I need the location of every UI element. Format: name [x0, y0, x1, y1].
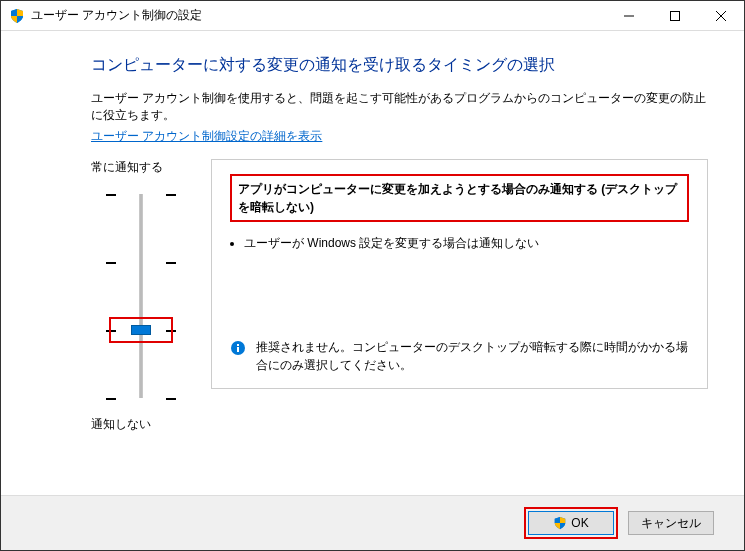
slider-thumb-highlight [109, 317, 173, 343]
maximize-button[interactable] [652, 1, 698, 30]
description-text: ユーザー アカウント制御を使用すると、問題を起こす可能性があるプログラムからのコ… [91, 90, 708, 124]
level-bullet: ユーザーが Windows 設定を変更する場合は通知しない [244, 234, 689, 253]
level-description-panel: アプリがコンピューターに変更を加えようとする場合のみ通知する (デスクトップを暗… [211, 159, 708, 389]
close-button[interactable] [698, 1, 744, 30]
level-note-text: 推奨されません。コンピューターのデスクトップが暗転する際に時間がかかる場合にのみ… [256, 338, 689, 374]
uac-settings-window: ユーザー アカウント制御の設定 コンピューターに対する変更の通知を受け取るタイミ… [0, 0, 745, 551]
window-title: ユーザー アカウント制御の設定 [31, 7, 606, 24]
minimize-button[interactable] [606, 1, 652, 30]
slider-column: 常に通知する 通知しない [91, 159, 191, 433]
cancel-button-label: キャンセル [641, 515, 701, 532]
svg-rect-6 [237, 344, 239, 346]
info-icon [230, 340, 246, 356]
shield-icon [553, 516, 567, 530]
content-area: コンピューターに対する変更の通知を受け取るタイミングの選択 ユーザー アカウント… [1, 31, 744, 447]
shield-icon [9, 8, 25, 24]
titlebar: ユーザー アカウント制御の設定 [1, 1, 744, 31]
slider-top-label: 常に通知する [91, 159, 191, 176]
page-heading: コンピューターに対する変更の通知を受け取るタイミングの選択 [91, 55, 708, 76]
slider-track [140, 194, 143, 398]
level-title: アプリがコンピューターに変更を加えようとする場合のみ通知する (デスクトップを暗… [230, 174, 689, 222]
ok-button[interactable]: OK [528, 511, 614, 535]
svg-rect-5 [237, 347, 239, 352]
svg-rect-1 [671, 11, 680, 20]
ok-button-label: OK [571, 516, 588, 530]
notification-slider[interactable] [106, 186, 176, 406]
ok-button-highlight: OK [524, 507, 618, 539]
slider-bottom-label: 通知しない [91, 416, 191, 433]
level-bullet-list: ユーザーが Windows 設定を変更する場合は通知しない [244, 234, 689, 253]
cancel-button[interactable]: キャンセル [628, 511, 714, 535]
slider-thumb[interactable] [131, 325, 151, 335]
dialog-footer: OK キャンセル [1, 495, 744, 550]
details-link[interactable]: ユーザー アカウント制御設定の詳細を表示 [91, 129, 322, 143]
level-note: 推奨されません。コンピューターのデスクトップが暗転する際に時間がかかる場合にのみ… [230, 338, 689, 374]
